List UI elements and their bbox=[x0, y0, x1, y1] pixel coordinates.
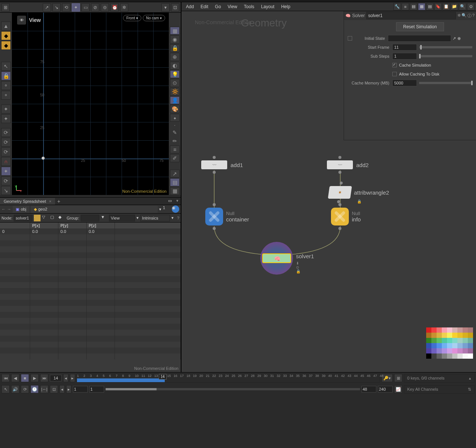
palette-color[interactable] bbox=[452, 343, 457, 348]
tool-icon[interactable]: ↘ bbox=[52, 3, 61, 12]
palette-color[interactable] bbox=[447, 338, 452, 343]
audio-button[interactable]: 🔊 bbox=[11, 385, 19, 393]
palette-color[interactable] bbox=[442, 348, 447, 353]
loop-button[interactable]: ⟳ bbox=[21, 385, 29, 393]
vis-end-field[interactable] bbox=[361, 386, 376, 393]
menu-icon[interactable]: ≡ bbox=[402, 3, 409, 10]
last-frame-button[interactable]: ⏭ bbox=[40, 374, 48, 382]
chevron-down-icon[interactable]: ▾ bbox=[159, 207, 161, 212]
palette-color[interactable] bbox=[457, 338, 463, 343]
shelf-icon[interactable]: ✐ bbox=[170, 154, 180, 162]
search-icon[interactable]: 🔍 bbox=[459, 3, 466, 10]
tool-icon[interactable]: ⟲ bbox=[62, 3, 70, 12]
palette-color[interactable] bbox=[426, 348, 431, 353]
link-icon[interactable]: ◉ bbox=[172, 205, 179, 213]
initial-state-checkbox[interactable] bbox=[348, 36, 352, 41]
eye-icon[interactable]: 👁 bbox=[17, 16, 26, 25]
palette-color[interactable] bbox=[457, 353, 463, 359]
pin-icon[interactable]: 1 bbox=[163, 205, 170, 213]
palette-color[interactable] bbox=[463, 343, 468, 348]
add-tab-button[interactable]: + bbox=[55, 198, 62, 204]
path-segment[interactable]: ▣ obj bbox=[13, 206, 29, 213]
palette-color[interactable] bbox=[426, 333, 431, 338]
tool-icon[interactable]: ⊘ bbox=[91, 3, 99, 12]
group-field[interactable] bbox=[81, 215, 99, 221]
palette-color[interactable] bbox=[463, 353, 468, 359]
palette-color[interactable] bbox=[437, 333, 442, 338]
shelf-icon[interactable]: ◆ bbox=[1, 41, 11, 50]
step-fwd-button[interactable]: ▸ bbox=[70, 374, 75, 382]
palette-color[interactable] bbox=[457, 343, 463, 348]
realtime-button[interactable]: ↖ bbox=[1, 385, 10, 393]
start-frame-slider[interactable] bbox=[419, 46, 472, 48]
color-palette[interactable] bbox=[426, 327, 473, 359]
palette-color[interactable] bbox=[457, 333, 463, 338]
key-all-button[interactable]: Key All Channels⇅ bbox=[404, 385, 475, 394]
timeline-ruler[interactable]: 14 1234567891011121314151617181920212223… bbox=[77, 374, 380, 383]
end-range-field[interactable] bbox=[378, 386, 393, 393]
intrinsics-dropdown[interactable]: Intrinsics bbox=[140, 215, 170, 221]
menu-icon[interactable]: ⊙ bbox=[467, 3, 475, 10]
column-header[interactable]: P[x] bbox=[30, 223, 58, 228]
shelf-icon[interactable]: ✏ bbox=[170, 137, 180, 145]
palette-color[interactable] bbox=[463, 333, 468, 338]
palette-color[interactable] bbox=[447, 353, 452, 359]
sub-steps-slider[interactable] bbox=[419, 55, 472, 57]
start-range-field[interactable] bbox=[73, 386, 88, 393]
shelf-icon[interactable]: ↗ bbox=[170, 170, 180, 177]
clock-button[interactable]: 🕐 bbox=[30, 385, 39, 393]
palette-color[interactable] bbox=[442, 343, 447, 348]
palette-color[interactable] bbox=[468, 343, 473, 348]
palette-color[interactable] bbox=[442, 327, 447, 333]
menu-edit[interactable]: Edit bbox=[197, 3, 211, 11]
shelf-icon[interactable]: ⟳ bbox=[1, 147, 11, 156]
reset-simulation-button[interactable]: Reset Simulation bbox=[396, 22, 444, 31]
shelf-icon[interactable]: ◐ bbox=[170, 62, 180, 70]
help-icon[interactable]: ? bbox=[177, 216, 179, 220]
palette-color[interactable] bbox=[437, 343, 442, 348]
palette-color[interactable] bbox=[442, 333, 447, 338]
palette-color[interactable] bbox=[452, 348, 457, 353]
shelf-icon[interactable]: ⬥ bbox=[170, 114, 180, 122]
node-name-field[interactable] bbox=[366, 12, 456, 19]
play-button[interactable]: ▶ bbox=[30, 374, 39, 382]
chevron-down-icon[interactable]: ▾ bbox=[136, 215, 139, 220]
shelf-icon[interactable]: ⚬ bbox=[1, 91, 11, 100]
keys-status[interactable]: 0 keys, 0/0 channels▴ bbox=[404, 374, 475, 383]
cache-mem-field[interactable] bbox=[392, 80, 417, 86]
initial-state-field[interactable] bbox=[388, 35, 451, 42]
shelf-icon[interactable]: ≡ bbox=[170, 145, 180, 153]
menu-icon[interactable]: ▤ bbox=[410, 3, 417, 10]
palette-color[interactable] bbox=[431, 338, 437, 343]
shelf-icon[interactable]: ▦ bbox=[170, 187, 180, 195]
viewport-3d[interactable]: 👁 View Front ▾ No cam ▾ 75 50 25 25 50 7… bbox=[12, 13, 169, 195]
shelf-icon[interactable]: ▦ bbox=[170, 27, 180, 35]
stop-button[interactable]: ■ bbox=[21, 374, 29, 382]
range-slider[interactable] bbox=[106, 388, 360, 390]
network-view[interactable]: Non-Commercial Edition Geometry 🧠 Solver… bbox=[181, 11, 476, 372]
shelf-icon[interactable]: ⟳ bbox=[1, 138, 11, 147]
shelf-icon[interactable]: 🔆 bbox=[170, 88, 180, 96]
palette-color[interactable] bbox=[468, 348, 473, 353]
forward-icon[interactable]: → bbox=[7, 207, 11, 211]
shelf-icon[interactable]: · bbox=[170, 122, 180, 128]
menu-view[interactable]: View bbox=[225, 3, 240, 11]
palette-color[interactable] bbox=[452, 327, 457, 333]
palette-color[interactable] bbox=[447, 327, 452, 333]
cache-mem-slider[interactable] bbox=[419, 82, 472, 84]
close-icon[interactable]: × bbox=[49, 199, 51, 204]
palette-color[interactable] bbox=[457, 348, 463, 353]
file-icon[interactable]: ↗ bbox=[453, 36, 456, 41]
integer-button[interactable]: ⊡ bbox=[50, 385, 58, 393]
bulb-icon[interactable]: 💡 bbox=[170, 70, 180, 78]
prev-frame-button[interactable]: ◀ bbox=[11, 374, 19, 382]
palette-color[interactable] bbox=[431, 343, 437, 348]
shelf-icon[interactable]: ◉ bbox=[170, 35, 180, 43]
node-info[interactable]: Nullinfo bbox=[331, 208, 361, 225]
palette-color[interactable] bbox=[447, 348, 452, 353]
palette-color[interactable] bbox=[431, 333, 437, 338]
cell[interactable]: 0.0 bbox=[30, 228, 58, 234]
tab-geometry-spreadsheet[interactable]: Geometry Spreadsheet× bbox=[0, 198, 55, 205]
camera-pill[interactable]: No cam ▾ bbox=[143, 15, 165, 21]
tool-icon[interactable]: ▭ bbox=[81, 3, 90, 12]
